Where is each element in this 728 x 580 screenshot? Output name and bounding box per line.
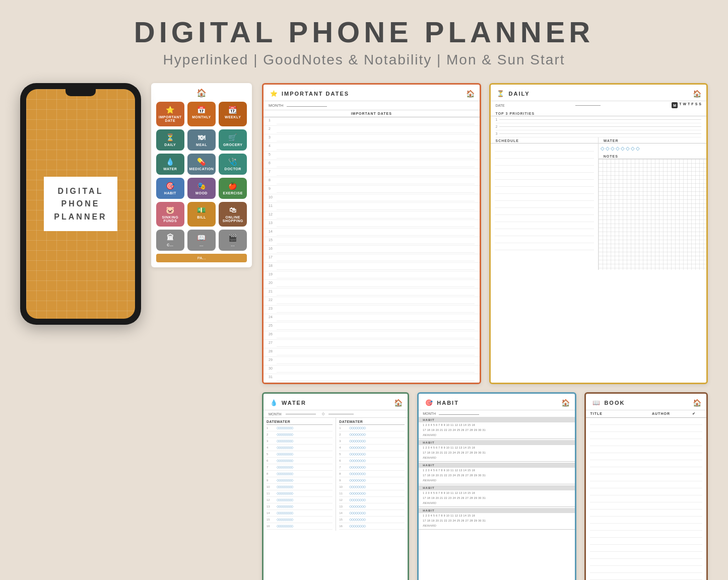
home-icon: 🏠	[693, 399, 701, 407]
col-header: IMPORTANT DATES	[263, 110, 480, 117]
col-author: AUTHOR	[652, 412, 692, 416]
book-row	[590, 510, 702, 517]
nav-item-medication[interactable]: 💊 MEDICATION	[187, 154, 216, 175]
nav-item-weekly[interactable]: 📆 WEEKLY	[219, 102, 247, 126]
nav-label: GROCERY	[223, 143, 243, 147]
grocery-icon: 🛒	[228, 133, 237, 141]
habit-numbers-2: 17 18 19 20 21 22 23 24 25 26 27 28 29 3…	[419, 427, 575, 432]
nav-item-sinking-funds[interactable]: 🐷 SINKING FUNDS	[156, 202, 184, 227]
nav-item-exercise[interactable]: 🍎 EXERCISE	[219, 178, 247, 199]
date-row: 9	[263, 186, 480, 194]
home-icon: 🏠	[693, 90, 701, 98]
sched-line	[495, 187, 594, 194]
home-icon: 🏠	[466, 90, 475, 98]
day-s2: S	[699, 102, 701, 108]
date-row: 26	[263, 331, 480, 340]
sched-line	[495, 222, 594, 229]
nav-item-extra2[interactable]: 📖 ...	[187, 230, 216, 251]
panel-header-left: 📖 BOOK	[591, 398, 625, 408]
water-panel: 💧 WATER 🏠 MONTH ◇ DATE WATER	[262, 392, 409, 580]
clapper-icon: 🎬	[228, 234, 237, 242]
sched-line	[495, 243, 594, 250]
sched-line	[495, 159, 594, 166]
water-row: 2◇◇◇◇◇◇◇◇	[267, 431, 333, 438]
sched-line	[495, 173, 594, 180]
nav-item-habit[interactable]: 🎯 HABIT	[156, 178, 184, 199]
habit-month-row: MONTH	[419, 410, 575, 417]
habit-numbers-4: 17 18 19 20 21 22 23 24 25 26 27 28 29 3…	[419, 450, 575, 455]
nav-item-extra3[interactable]: 🎬 ...	[219, 230, 247, 251]
water-col: WATER ◇ ◇ ◇ ◇ ◇ ◇ ◇ ◇ NOTES	[599, 137, 706, 270]
nav-label: DOCTOR	[225, 167, 241, 171]
book-row	[590, 439, 702, 446]
date-row: 14	[263, 229, 480, 237]
nav-item-shopping[interactable]: 🛍 ONLINE SHOPPING	[219, 202, 247, 227]
page-title: DIGITAL PHONE PLANNER	[134, 15, 594, 49]
habit-numbers-3: 1 2 3 4 5 6 7 8 9 10 11 12 13 14 15 16	[419, 445, 575, 450]
nav-label: MEAL	[196, 143, 207, 147]
nav-item-extra1[interactable]: 🏛 C...	[156, 230, 184, 251]
nav-label: DAILY	[164, 143, 176, 147]
sched-line	[495, 144, 594, 152]
water-row: 11◇◇◇◇◇◇◇◇	[267, 490, 333, 497]
date-row: 23	[263, 306, 480, 314]
book-row	[590, 488, 702, 495]
water-month-row: MONTH ◇	[263, 410, 408, 418]
book-row	[590, 495, 702, 502]
book-row	[590, 432, 702, 439]
home-icon: 🏠	[561, 399, 570, 407]
col-icon: ✔	[692, 412, 702, 416]
book-row	[590, 453, 702, 460]
nav-label: C...	[167, 243, 173, 247]
day-m: M	[672, 102, 678, 108]
schedule-water-cols: SCHEDULE	[491, 137, 707, 270]
water-row: 13◇◇◇◇◇◇◇◇	[267, 503, 333, 510]
date-row: 7	[263, 169, 480, 177]
water-row: 9◇◇◇◇◇◇◇◇	[267, 477, 333, 484]
sched-line	[495, 194, 594, 201]
water-table: DATE WATER 1◇◇◇◇◇◇◇◇ 2◇◇◇◇◇◇◇◇ 3◇◇◇◇◇◇◇◇…	[263, 418, 408, 531]
medication-icon: 💊	[197, 158, 206, 166]
nav-grid: ⭐ IMPORTANT DATE 📅 MONTHLY 📆 WEEKLY ⏳ DA…	[156, 102, 247, 251]
nav-item-water[interactable]: 💧 WATER	[156, 154, 184, 175]
mood-icon: 🎭	[197, 182, 206, 190]
building-icon: 🏛	[167, 234, 174, 242]
water-label: WATER	[599, 137, 706, 143]
nav-item-daily[interactable]: ⏳ DAILY	[156, 129, 184, 151]
schedule-label: SCHEDULE	[491, 137, 598, 143]
habit-label-3: HABIT	[419, 463, 575, 468]
water-row: 2◇◇◇◇◇◇◇◇	[339, 431, 405, 438]
hourglass-icon: ⏳	[496, 89, 506, 99]
water-row: 7◇◇◇◇◇◇◇◇	[267, 464, 333, 471]
hourglass-icon: ⏳	[166, 133, 175, 141]
daily-title: DAILY	[509, 91, 530, 97]
phone-title-box: DIGITAL PHONE PLANNER	[44, 177, 117, 232]
water-col-header: DATE WATER	[267, 419, 333, 425]
nav-label: ONLINE SHOPPING	[221, 215, 245, 223]
water-title: WATER	[282, 400, 306, 406]
nav-item-monthly[interactable]: 📅 MONTHLY	[187, 102, 216, 126]
nav-item-grocery[interactable]: 🛒 GROCERY	[219, 129, 247, 151]
month-row: MONTH	[263, 101, 480, 110]
nav-item-important-date[interactable]: ⭐ IMPORTANT DATE	[156, 102, 184, 126]
habit-numbers-8: 17 18 19 20 21 22 23 24 25 26 27 28 29 3…	[419, 495, 575, 500]
water-row: 14◇◇◇◇◇◇◇◇	[267, 510, 333, 517]
nav-item-meal[interactable]: 🍽 MEAL	[187, 129, 216, 151]
nav-item-doctor[interactable]: 🩺 DOCTOR	[219, 154, 247, 175]
nav-label: HABIT	[164, 191, 176, 195]
date-row: 16	[263, 246, 480, 254]
page-subtitle: Hyperlinked | GoodNotes & Notability | M…	[134, 52, 594, 68]
book-icon: 📖	[197, 234, 206, 242]
goal-drop: ◇	[322, 412, 324, 416]
col-title: TITLE	[590, 412, 652, 416]
date-row: 6	[263, 160, 480, 169]
content-area: DIGITAL PHONE PLANNER 🏠 ⭐ IMPORTANT DATE…	[20, 83, 708, 580]
sched-line	[495, 208, 594, 215]
drop-7: ◇	[631, 146, 635, 151]
nav-item-mood[interactable]: 🎭 MOOD	[187, 178, 216, 199]
nav-item-bill[interactable]: 💵 BILL	[187, 202, 216, 227]
nav-label: ...	[200, 243, 203, 247]
date-row: 31	[263, 374, 480, 383]
reward-label-4: REWARD	[419, 500, 575, 506]
water-row: 7◇◇◇◇◇◇◇◇	[339, 464, 405, 471]
